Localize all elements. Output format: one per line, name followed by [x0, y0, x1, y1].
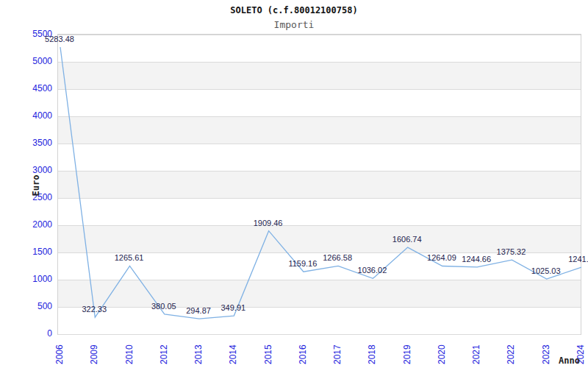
x-tick-label: 2014	[228, 344, 238, 364]
line-series	[58, 35, 581, 335]
x-axis-title: Anno	[559, 355, 580, 366]
data-point-label: 1159.16	[288, 259, 317, 269]
data-point-label: 1266.58	[323, 253, 352, 263]
x-tick-label: 2016	[298, 344, 308, 364]
x-tick-label: 2013	[193, 344, 204, 364]
y-tick-label: 2500	[0, 192, 52, 202]
data-point-label: 380.05	[151, 302, 176, 311]
data-point-label: 349.91	[221, 303, 246, 313]
y-tick-label: 1500	[0, 247, 52, 257]
y-tick-label: 0	[0, 328, 52, 339]
x-tick-label: 2010	[124, 344, 135, 364]
data-point-label: 1375.32	[497, 247, 526, 257]
data-point-label: 1244.66	[462, 255, 491, 264]
data-point-label: 1036.02	[358, 266, 387, 275]
data-point-label: 1909.46	[254, 219, 283, 228]
plot-area	[57, 34, 581, 335]
y-tick-label: 4500	[0, 83, 52, 93]
x-tick-label: 2020	[437, 344, 447, 364]
data-point-label: 1025.03	[531, 266, 561, 276]
x-tick-label: 2012	[159, 344, 169, 364]
data-point-label: 1265.61	[115, 253, 144, 263]
data-point-label: 1606.74	[392, 235, 422, 244]
y-tick-label: 3000	[0, 165, 52, 175]
y-tick-label: 5000	[0, 56, 52, 66]
y-tick-label: 1000	[0, 274, 52, 284]
x-tick-label: 2019	[402, 344, 412, 364]
chart-title: SOLETO (c.f.80012100758)	[0, 5, 588, 15]
x-tick-label: 2022	[506, 344, 516, 364]
y-tick-label: 500	[0, 301, 52, 311]
data-point-label: 322.33	[82, 305, 107, 314]
data-point-label: 1264.09	[427, 253, 456, 263]
x-tick-label: 2006	[54, 344, 65, 364]
x-tick-label: 2018	[367, 344, 377, 364]
y-axis-title: Euro	[31, 175, 41, 197]
x-tick-label: 2023	[541, 344, 551, 364]
chart-subtitle: Importi	[0, 19, 588, 30]
y-tick-label: 3500	[0, 138, 52, 148]
data-point-label: 5283.48	[45, 35, 74, 44]
y-tick-label: 4000	[0, 110, 52, 121]
x-tick-label: 2017	[332, 344, 343, 364]
data-point-label: 1241.3	[568, 255, 588, 264]
data-point-label: 294.87	[186, 306, 211, 316]
x-tick-label: 2021	[471, 344, 481, 364]
x-tick-label: 2015	[263, 344, 273, 364]
y-tick-label: 2000	[0, 219, 52, 230]
chart: SOLETO (c.f.80012100758) Importi 0500100…	[0, 0, 588, 368]
x-tick-label: 2009	[89, 344, 99, 364]
